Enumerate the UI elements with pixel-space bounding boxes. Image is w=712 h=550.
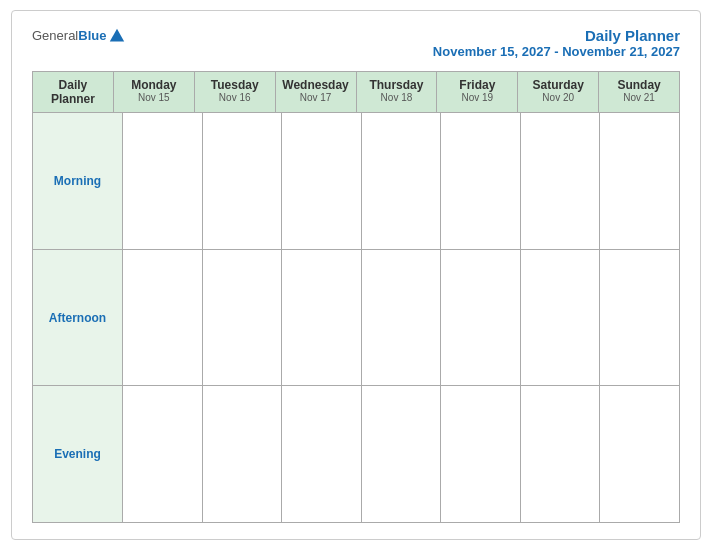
header-cell-label: Daily Planner — [33, 72, 114, 112]
header-cell-wednesday: Wednesday Nov 17 — [276, 72, 357, 112]
logo-icon — [108, 27, 126, 45]
label-afternoon: Afternoon — [33, 250, 123, 386]
logo-general: General — [32, 28, 78, 43]
cell-evening-sunday[interactable] — [600, 386, 679, 522]
label-morning: Morning — [33, 113, 123, 249]
label-evening: Evening — [33, 386, 123, 522]
calendar-body: Morning Afternoon Evening — [33, 113, 679, 522]
header-cell-monday: Monday Nov 15 — [114, 72, 195, 112]
cell-evening-wednesday[interactable] — [282, 386, 362, 522]
planner-date-range: November 15, 2027 - November 21, 2027 — [433, 44, 680, 59]
header-cell-sunday: Sunday Nov 21 — [599, 72, 679, 112]
planner-title: Daily Planner — [433, 27, 680, 44]
row-afternoon: Afternoon — [33, 250, 679, 387]
cell-morning-sunday[interactable] — [600, 113, 679, 249]
cell-evening-friday[interactable] — [441, 386, 521, 522]
row-morning: Morning — [33, 113, 679, 250]
cell-evening-monday[interactable] — [123, 386, 203, 522]
cell-morning-tuesday[interactable] — [203, 113, 283, 249]
cell-afternoon-wednesday[interactable] — [282, 250, 362, 386]
header-cell-saturday: Saturday Nov 20 — [518, 72, 599, 112]
calendar-grid: Daily Planner Monday Nov 15 Tuesday Nov … — [32, 71, 680, 523]
cell-afternoon-tuesday[interactable] — [203, 250, 283, 386]
cell-morning-monday[interactable] — [123, 113, 203, 249]
cell-morning-saturday[interactable] — [521, 113, 601, 249]
title-area: Daily Planner November 15, 2027 - Novemb… — [433, 27, 680, 59]
cell-morning-thursday[interactable] — [362, 113, 442, 249]
row-evening: Evening — [33, 386, 679, 522]
logo-text: GeneralBlue — [32, 28, 106, 44]
page-header: GeneralBlue Daily Planner November 15, 2… — [32, 27, 680, 59]
cell-afternoon-sunday[interactable] — [600, 250, 679, 386]
header-cell-friday: Friday Nov 19 — [437, 72, 518, 112]
cell-afternoon-thursday[interactable] — [362, 250, 442, 386]
cell-evening-thursday[interactable] — [362, 386, 442, 522]
logo-blue: Blue — [78, 28, 106, 43]
cell-morning-wednesday[interactable] — [282, 113, 362, 249]
header-cell-thursday: Thursday Nov 18 — [357, 72, 438, 112]
cell-afternoon-friday[interactable] — [441, 250, 521, 386]
planner-page: GeneralBlue Daily Planner November 15, 2… — [11, 10, 701, 540]
logo-area: GeneralBlue — [32, 27, 126, 45]
cell-afternoon-monday[interactable] — [123, 250, 203, 386]
svg-marker-0 — [110, 29, 124, 42]
cell-afternoon-saturday[interactable] — [521, 250, 601, 386]
header-cell-tuesday: Tuesday Nov 16 — [195, 72, 276, 112]
cell-evening-tuesday[interactable] — [203, 386, 283, 522]
cell-evening-saturday[interactable] — [521, 386, 601, 522]
cell-morning-friday[interactable] — [441, 113, 521, 249]
calendar-header-row: Daily Planner Monday Nov 15 Tuesday Nov … — [33, 72, 679, 113]
